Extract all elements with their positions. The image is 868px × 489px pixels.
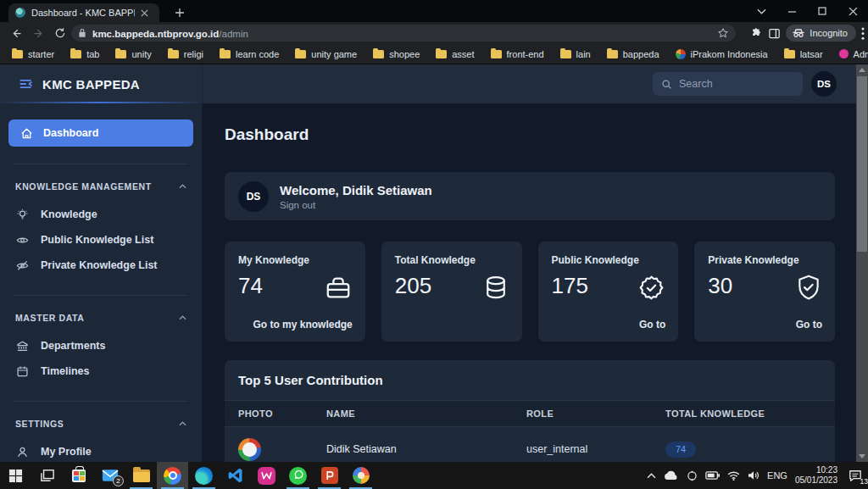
folder-icon bbox=[168, 50, 179, 58]
volume-icon[interactable] bbox=[748, 470, 760, 481]
sidebar-section-settings[interactable]: SETTINGS bbox=[0, 419, 202, 429]
sidebar-item-my-profile[interactable]: My Profile bbox=[0, 439, 202, 464]
bookmark-item[interactable]: bappeda bbox=[607, 49, 659, 59]
sidebar-item-knowledge[interactable]: Knowledge bbox=[0, 202, 202, 227]
browser-toolbar: kmc.bappeda.ntbprov.go.id/admin Incognit… bbox=[0, 22, 868, 44]
sidebar-section-knowledge-management[interactable]: KNOWLEDGE MANAGEMENT bbox=[0, 181, 202, 192]
mail-icon[interactable]: 2 bbox=[94, 462, 125, 489]
database-icon bbox=[482, 274, 509, 303]
sidebar-item-dashboard[interactable]: Dashboard bbox=[8, 119, 193, 147]
system-tray: ENG 10:23 05/01/2023 13 bbox=[647, 462, 865, 489]
window-restore-down-icon[interactable] bbox=[746, 0, 776, 22]
bookmark-item[interactable]: religi bbox=[168, 49, 203, 59]
bookmark-item[interactable]: unity game bbox=[295, 49, 357, 59]
go-to-my-knowledge-link[interactable]: Go to my knowledge bbox=[253, 319, 352, 331]
sidebar-toggle-icon[interactable] bbox=[19, 77, 34, 91]
incognito-badge: Incognito bbox=[786, 25, 856, 42]
sidebar-item-label: Knowledge bbox=[41, 208, 97, 220]
bookmark-item[interactable]: lain bbox=[560, 49, 591, 59]
clock[interactable]: 10:23 05/01/2023 bbox=[795, 465, 837, 486]
bookmark-item[interactable]: front-end bbox=[491, 49, 544, 59]
scroll-up-arrow[interactable] bbox=[856, 64, 868, 75]
battery-icon[interactable] bbox=[705, 471, 720, 480]
folder-icon bbox=[491, 50, 502, 58]
go-to-link[interactable]: Go to bbox=[639, 319, 665, 331]
shield-check-icon bbox=[795, 274, 822, 303]
window-maximize-icon[interactable] bbox=[807, 0, 837, 22]
vscode-icon[interactable] bbox=[220, 462, 251, 489]
user-avatar[interactable]: DS bbox=[811, 71, 837, 97]
bookmark-item[interactable]: unity bbox=[115, 49, 151, 59]
tray-date: 05/01/2023 bbox=[795, 475, 837, 485]
bookmark-item[interactable]: latsar bbox=[784, 49, 823, 59]
page-title: Dashboard bbox=[225, 125, 835, 144]
wampserver-icon[interactable] bbox=[251, 462, 282, 489]
paint-icon[interactable] bbox=[345, 462, 376, 489]
bookmark-item[interactable]: starter bbox=[12, 49, 54, 59]
language-indicator[interactable]: ENG bbox=[767, 470, 787, 481]
bookmark-item[interactable]: asset bbox=[436, 49, 474, 59]
sidebar-item-label: Dashboard bbox=[43, 127, 98, 139]
folder-icon bbox=[560, 50, 571, 58]
chrome-icon[interactable] bbox=[157, 462, 188, 489]
page-scrollbar[interactable] bbox=[856, 64, 868, 462]
app-header: KMC BAPPEDA DS bbox=[0, 64, 856, 103]
forward-icon[interactable] bbox=[27, 23, 49, 43]
sidebar-item-label: Private Knowledge List bbox=[41, 259, 158, 271]
notification-center-icon[interactable]: 13 bbox=[845, 466, 865, 485]
refresh-icon[interactable] bbox=[49, 23, 71, 43]
sync-status-icon[interactable] bbox=[687, 470, 698, 481]
extensions-icon[interactable] bbox=[750, 27, 763, 40]
header-divider bbox=[202, 64, 203, 103]
whatsapp-icon[interactable] bbox=[282, 462, 314, 489]
bookmark-item[interactable]: tab bbox=[70, 49, 99, 59]
scrollbar-thumb[interactable] bbox=[857, 76, 867, 252]
sidebar-section-master-data[interactable]: MASTER DATA bbox=[0, 313, 202, 323]
welcome-title: Welcome, Didik Setiawan bbox=[280, 183, 432, 198]
browser-tab[interactable]: Dashboard - KMC BAPPEDA bbox=[8, 3, 159, 22]
sidebar-item-private-knowledge-list[interactable]: Private Knowledge List bbox=[0, 253, 202, 278]
onedrive-cloud-icon[interactable] bbox=[664, 470, 679, 481]
hidden-icons-chevron-icon[interactable] bbox=[647, 473, 656, 479]
scroll-down-arrow[interactable] bbox=[856, 451, 868, 462]
window-minimize-icon[interactable] bbox=[776, 0, 807, 22]
powerpoint-icon[interactable] bbox=[314, 462, 345, 489]
bookmark-star-icon[interactable] bbox=[717, 27, 729, 39]
column-header-total-knowledge: TOTAL KNOWLEDGE bbox=[665, 408, 835, 419]
bookmark-item[interactable]: AdminLTE 3 | Top N... bbox=[839, 49, 868, 59]
wifi-icon[interactable] bbox=[727, 471, 740, 481]
bookmarks-bar: starter tab unity religi learn code unit… bbox=[0, 44, 868, 64]
sidebar-divider bbox=[14, 164, 188, 164]
bookmark-item[interactable]: iPrakom Indonesia bbox=[676, 49, 768, 59]
sidebar-item-timelines[interactable]: Timelines bbox=[0, 358, 202, 384]
bookmark-item[interactable]: shopee bbox=[373, 49, 420, 59]
user-photo bbox=[238, 438, 261, 461]
tab-close-icon[interactable] bbox=[141, 9, 153, 17]
edge-icon[interactable] bbox=[188, 462, 220, 489]
cell-name: Didik Setiawan bbox=[326, 443, 526, 455]
sidebar-item-departments[interactable]: Departments bbox=[0, 333, 202, 358]
sidebar-item-public-knowledge-list[interactable]: Public Knowledge List bbox=[0, 227, 202, 253]
bookmark-item[interactable]: learn code bbox=[220, 49, 279, 59]
task-view-button[interactable] bbox=[31, 462, 63, 489]
incognito-label: Incognito bbox=[810, 28, 848, 38]
search-box[interactable] bbox=[653, 72, 803, 96]
briefcase-icon bbox=[324, 274, 353, 301]
microsoft-store-icon[interactable] bbox=[63, 462, 94, 489]
back-icon[interactable] bbox=[5, 23, 27, 43]
window-close-icon[interactable] bbox=[837, 0, 868, 22]
search-input[interactable] bbox=[679, 78, 781, 90]
side-panel-icon[interactable] bbox=[768, 27, 781, 40]
browser-menu-icon[interactable] bbox=[861, 27, 865, 40]
go-to-link[interactable]: Go to bbox=[796, 319, 822, 331]
new-tab-button[interactable] bbox=[171, 4, 188, 21]
sidebar-item-label: Timelines bbox=[41, 365, 89, 377]
app-window: KMC BAPPEDA DS Dashboard KNOWLEDGE MANAG… bbox=[0, 64, 856, 462]
sign-out-link[interactable]: Sign out bbox=[280, 200, 432, 210]
file-explorer-icon[interactable] bbox=[125, 462, 157, 489]
address-bar[interactable]: kmc.bappeda.ntbprov.go.id/admin bbox=[71, 25, 736, 42]
mail-badge: 2 bbox=[113, 475, 124, 486]
calendar-icon bbox=[16, 365, 29, 378]
start-button[interactable] bbox=[0, 462, 31, 489]
column-header-role: ROLE bbox=[526, 408, 665, 419]
